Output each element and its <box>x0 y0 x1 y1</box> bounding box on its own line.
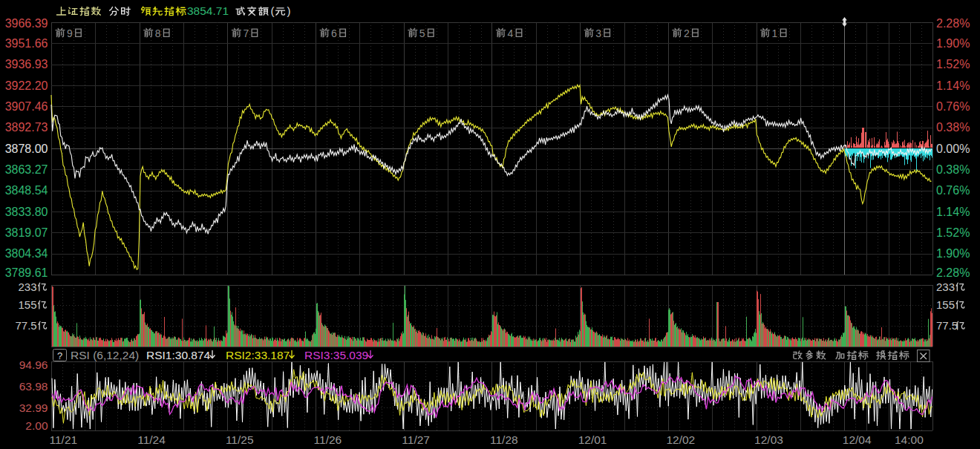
svg-text:3936.93: 3936.93 <box>5 58 48 71</box>
svg-text:8: 8 <box>155 27 161 39</box>
svg-text:3804.34: 3804.34 <box>5 247 48 260</box>
svg-text:3789.61: 3789.61 <box>5 266 48 279</box>
svg-text:7: 7 <box>243 27 249 39</box>
svg-text:3848.54: 3848.54 <box>5 184 48 197</box>
svg-text:233: 233 <box>19 281 37 293</box>
svg-text:RSI (6,12,24): RSI (6,12,24) <box>71 349 139 361</box>
svg-text:3863.27: 3863.27 <box>5 163 48 176</box>
svg-text:11/28: 11/28 <box>490 433 518 446</box>
svg-text:1.52%: 1.52% <box>936 226 970 239</box>
svg-text:3819.07: 3819.07 <box>5 226 48 239</box>
svg-text:11/27: 11/27 <box>402 433 430 446</box>
svg-text:2.00: 2.00 <box>25 419 48 432</box>
svg-text:2: 2 <box>684 27 690 39</box>
svg-text:3892.73: 3892.73 <box>5 121 48 134</box>
svg-text:1.90%: 1.90% <box>936 37 970 50</box>
svg-text:1.14%: 1.14% <box>936 206 970 218</box>
svg-text:3854.71: 3854.71 <box>187 4 229 17</box>
svg-text:11/21: 11/21 <box>50 433 78 446</box>
svg-text:3907.46: 3907.46 <box>5 100 48 113</box>
svg-text:5: 5 <box>419 27 425 39</box>
svg-text:3878.00: 3878.00 <box>5 142 48 155</box>
svg-text:6: 6 <box>331 27 337 39</box>
svg-text::: : <box>183 4 186 17</box>
svg-text:0.00%: 0.00% <box>936 142 970 155</box>
svg-text:12/02: 12/02 <box>666 433 695 446</box>
svg-text:3833.80: 3833.80 <box>5 206 48 218</box>
svg-text:63.98: 63.98 <box>19 380 48 393</box>
svg-text:1: 1 <box>772 27 778 39</box>
svg-text:4: 4 <box>508 27 514 39</box>
svg-text:12/01: 12/01 <box>578 433 607 446</box>
svg-text:3: 3 <box>595 27 601 39</box>
svg-text:11/24: 11/24 <box>137 433 166 446</box>
svg-text:77.5: 77.5 <box>16 319 37 332</box>
svg-text:11/26: 11/26 <box>314 433 342 446</box>
svg-text:12/03: 12/03 <box>754 433 783 446</box>
svg-text:?: ? <box>57 350 62 361</box>
svg-text:155: 155 <box>19 298 37 311</box>
svg-text:11/25: 11/25 <box>226 433 254 446</box>
svg-text:14:00: 14:00 <box>895 433 924 446</box>
svg-text:0.76%: 0.76% <box>936 184 970 197</box>
svg-text:1.90%: 1.90% <box>936 247 970 260</box>
svg-text:): ) <box>287 4 291 17</box>
svg-text:3966.39: 3966.39 <box>5 17 48 30</box>
svg-text:94.96: 94.96 <box>19 358 48 371</box>
svg-text:RSI2:33.187: RSI2:33.187 <box>226 349 290 361</box>
svg-text:RSI1:30.874: RSI1:30.874 <box>146 349 211 361</box>
svg-text:0.38%: 0.38% <box>936 163 970 176</box>
svg-text:9: 9 <box>67 27 73 39</box>
svg-text:(: ( <box>271 4 275 17</box>
svg-text:155: 155 <box>936 298 955 311</box>
svg-text:2.28%: 2.28% <box>936 266 970 279</box>
svg-text:12/04: 12/04 <box>843 433 872 446</box>
svg-text:1.14%: 1.14% <box>936 79 970 92</box>
svg-text:32.99: 32.99 <box>19 402 48 414</box>
svg-text:0.38%: 0.38% <box>936 121 970 134</box>
svg-text:RSI3:35.039: RSI3:35.039 <box>304 349 368 361</box>
svg-text:0.76%: 0.76% <box>936 100 970 113</box>
svg-text:3922.20: 3922.20 <box>5 79 48 92</box>
svg-text:2.28%: 2.28% <box>936 17 970 30</box>
svg-text:3951.66: 3951.66 <box>5 37 48 50</box>
svg-text:1.52%: 1.52% <box>936 58 970 71</box>
svg-text:233: 233 <box>936 281 955 293</box>
svg-text:77.5: 77.5 <box>936 319 958 332</box>
